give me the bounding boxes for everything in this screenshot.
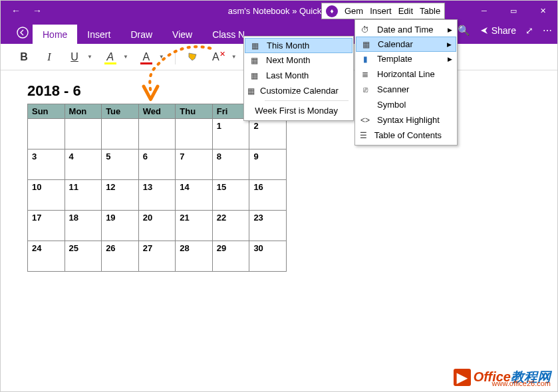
calendar-cell[interactable]: 13 bbox=[138, 180, 176, 211]
calendar-cell[interactable]: 9 bbox=[249, 149, 287, 180]
ribbon-back-button[interactable] bbox=[13, 21, 33, 44]
tab-home[interactable]: Home bbox=[33, 25, 77, 44]
search-icon[interactable]: 🔍 bbox=[458, 25, 470, 37]
maximize-button[interactable]: ▭ bbox=[499, 1, 528, 21]
calendar-cell[interactable]: 14 bbox=[176, 180, 213, 211]
menu-this-month[interactable]: ▦ This Month bbox=[245, 38, 352, 53]
calendar-row: 24252627282930 bbox=[28, 241, 287, 272]
calendar-cell[interactable]: 28 bbox=[176, 241, 213, 272]
tab-draw[interactable]: Draw bbox=[120, 25, 162, 44]
code-icon: <> bbox=[358, 114, 372, 126]
share-label: Share bbox=[491, 25, 516, 36]
calendar-cell[interactable]: 26 bbox=[102, 241, 139, 272]
window-title: asm's Notebook » Quick N bbox=[228, 6, 331, 16]
calendar-cell[interactable] bbox=[28, 119, 65, 149]
share-icon bbox=[480, 26, 489, 35]
calendar-icon: ▦ bbox=[359, 39, 372, 50]
calendar-cell[interactable]: 22 bbox=[212, 211, 249, 241]
submenu-arrow-icon: ▶ bbox=[447, 41, 452, 48]
calendar-row: 3456789 bbox=[28, 149, 287, 180]
menu-horizontal-line[interactable]: ≣ Horizontal Line bbox=[356, 66, 456, 82]
menu-scanner[interactable]: ⎚ Scanner bbox=[356, 82, 456, 97]
submenu-arrow-icon: ▶ bbox=[448, 56, 452, 62]
menu-template[interactable]: ▮ Template ▶ bbox=[356, 51, 456, 66]
gem-menu-edit[interactable]: Edit bbox=[398, 6, 413, 16]
close-button[interactable]: ✕ bbox=[528, 1, 557, 21]
minimize-button[interactable]: ─ bbox=[470, 1, 499, 21]
calendar-cell[interactable]: 11 bbox=[65, 180, 102, 211]
calendar-cell[interactable] bbox=[65, 119, 102, 149]
nav-forward-button[interactable]: → bbox=[29, 2, 46, 19]
calendar-cell[interactable] bbox=[176, 119, 213, 149]
gem-menu-insert[interactable]: Insert bbox=[370, 6, 392, 16]
calendar-cell[interactable] bbox=[138, 119, 176, 149]
calendar-cell[interactable]: 2 bbox=[249, 119, 287, 149]
calendar-cell[interactable]: 6 bbox=[138, 149, 176, 180]
day-thu: Thu bbox=[176, 104, 213, 119]
gem-menu-gem[interactable]: Gem bbox=[345, 6, 363, 16]
calendar-cell[interactable]: 25 bbox=[65, 241, 102, 272]
share-button[interactable]: Share bbox=[480, 25, 516, 36]
menu-symbol[interactable]: Symbol bbox=[356, 97, 456, 112]
calendar-cell[interactable]: 20 bbox=[138, 211, 176, 241]
menu-week-first-monday[interactable]: Week First is Monday bbox=[245, 103, 352, 118]
calendar-row: 12 bbox=[28, 119, 287, 149]
underline-button[interactable]: U bbox=[63, 47, 86, 67]
tab-view[interactable]: View bbox=[162, 25, 202, 44]
menu-calendar[interactable]: ▦ Calendar ▶ bbox=[356, 37, 456, 52]
calendar-cell[interactable]: 3 bbox=[28, 149, 65, 180]
calendar-icon: ▦ bbox=[247, 85, 255, 97]
nav-back-button[interactable]: ← bbox=[7, 2, 25, 19]
calendar-cell[interactable]: 17 bbox=[28, 211, 65, 241]
day-tue: Tue bbox=[102, 104, 139, 119]
menu-date-time[interactable]: ⏱ Date and Time ▶ bbox=[356, 22, 456, 37]
clear-format-dropdown[interactable]: ▼ bbox=[231, 54, 237, 60]
clear-format-button[interactable]: A✕ bbox=[208, 47, 230, 67]
calendar-cell[interactable]: 10 bbox=[28, 180, 65, 211]
insert-dropdown-menu: ⏱ Date and Time ▶ ▦ Calendar ▶ ▮ Templat… bbox=[354, 19, 458, 146]
fontcolor-dropdown[interactable]: ▼ bbox=[159, 54, 164, 60]
menu-last-month[interactable]: ▦ Last Month bbox=[245, 68, 352, 83]
gem-menu-table[interactable]: Table bbox=[420, 6, 440, 16]
calendar-table: Sun Mon Tue Wed Thu Fri Sat 123456789101… bbox=[27, 104, 287, 272]
calendar-icon: ▦ bbox=[248, 40, 261, 52]
calendar-row: 10111213141516 bbox=[28, 180, 287, 211]
calendar-cell[interactable]: 7 bbox=[176, 149, 213, 180]
day-wed: Wed bbox=[138, 104, 176, 119]
calendar-cell[interactable] bbox=[102, 119, 139, 149]
italic-button[interactable]: I bbox=[38, 47, 61, 67]
fontcolor-button[interactable]: A bbox=[135, 47, 158, 67]
menu-table-of-contents[interactable]: ☰ Table of Contents bbox=[356, 128, 456, 143]
bold-button[interactable]: B bbox=[13, 47, 35, 67]
highlight-button[interactable]: A bbox=[99, 47, 122, 67]
menu-syntax-highlight[interactable]: <> Syntax Highlight bbox=[356, 112, 456, 128]
office-logo-icon: ▶ bbox=[454, 369, 471, 386]
calendar-cell[interactable]: 8 bbox=[212, 149, 249, 180]
watermark: ▶ Office教程网 www.office26.com bbox=[454, 368, 551, 386]
calendar-cell[interactable]: 24 bbox=[28, 241, 65, 272]
calendar-cell[interactable]: 30 bbox=[249, 241, 287, 272]
format-painter-button[interactable] bbox=[182, 47, 205, 67]
scanner-icon: ⎚ bbox=[358, 84, 372, 96]
calendar-cell[interactable]: 21 bbox=[176, 211, 213, 241]
calendar-cell[interactable]: 5 bbox=[102, 149, 139, 180]
day-sun: Sun bbox=[28, 104, 65, 119]
calendar-cell[interactable]: 27 bbox=[138, 241, 176, 272]
underline-dropdown[interactable]: ▼ bbox=[87, 54, 92, 60]
calendar-cell[interactable]: 29 bbox=[212, 241, 249, 272]
calendar-cell[interactable]: 12 bbox=[102, 180, 139, 211]
calendar-cell[interactable]: 1 bbox=[212, 119, 249, 149]
calendar-cell[interactable]: 19 bbox=[102, 211, 139, 241]
tab-insert[interactable]: Insert bbox=[77, 25, 120, 44]
calendar-cell[interactable]: 4 bbox=[65, 149, 102, 180]
menu-next-month[interactable]: ▦ Next Month bbox=[245, 52, 352, 68]
menu-customize-calendar[interactable]: ▦ Customize Calendar bbox=[245, 83, 352, 98]
document-icon: ▮ bbox=[358, 53, 372, 65]
highlight-dropdown[interactable]: ▼ bbox=[123, 54, 128, 60]
calendar-cell[interactable]: 15 bbox=[212, 180, 249, 211]
more-button[interactable]: ⋯ bbox=[543, 25, 552, 36]
calendar-cell[interactable]: 18 bbox=[65, 211, 102, 241]
calendar-cell[interactable]: 16 bbox=[249, 180, 287, 211]
calendar-cell[interactable]: 23 bbox=[249, 211, 287, 241]
fullscreen-button[interactable]: ⤢ bbox=[525, 25, 533, 36]
